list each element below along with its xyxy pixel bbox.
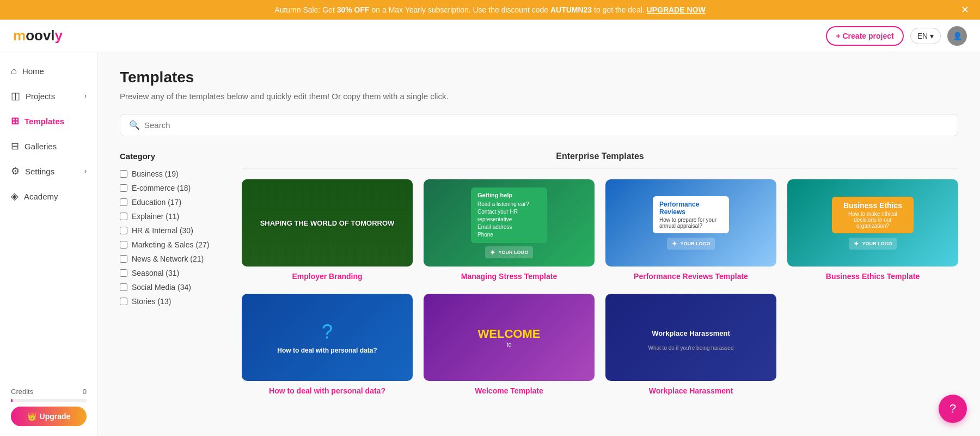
credits-bar-bg [11,399,87,402]
category-checkbox-marketing[interactable] [120,241,127,249]
app-body: ⌂ Home ◫ Projects › ⊞ Templates ⊟ Galler… [0,52,980,436]
category-social[interactable]: Social Media (34) [120,283,229,292]
help-button[interactable]: ? [939,395,967,423]
sidebar-item-label: Projects [26,92,55,101]
banner-close-button[interactable]: ✕ [961,4,969,16]
perf-card: Performance Reviews How to prepare for y… [653,196,729,233]
sidebar-item-academy[interactable]: ◈ Academy [0,184,97,209]
category-checkbox-stories[interactable] [120,298,127,305]
category-checkbox-explainer[interactable] [120,213,127,220]
sidebar-item-label: Settings [25,167,54,176]
template-card-welcome[interactable]: WELCOME to Welcome Template [424,294,595,395]
ethics-card: Business Ethics How to make ethical deci… [832,197,914,233]
template-label-ethics: Business Ethics Template [787,272,958,281]
template-label-welcome: Welcome Template [424,386,595,395]
credits-value: 0 [83,387,87,396]
page-description: Preview any of the templates below and q… [120,92,958,101]
section-title: Enterprise Templates [242,152,958,168]
template-grid-row2: ? How to deal with personal data? How to… [242,294,958,395]
header: moovly + Create project EN ▾ 👤 [0,20,980,52]
template-label-workplace: Workplace Harassment [605,386,776,395]
category-marketing[interactable]: Marketing & Sales (27) [120,240,229,249]
template-label-performance: Performance Reviews Template [605,272,776,281]
logo[interactable]: moovly [13,27,63,44]
template-thumb-welcome: WELCOME to [424,294,595,381]
header-actions: + Create project EN ▾ 👤 [826,26,967,46]
category-heading: Category [120,152,229,161]
sidebar-item-templates[interactable]: ⊞ Templates [0,108,97,134]
upgrade-label: Upgrade [40,412,71,421]
search-bar: 🔍 [120,114,958,136]
settings-icon: ⚙ [11,165,20,177]
upgrade-now-link[interactable]: UPGRADE NOW [647,5,706,14]
create-project-button[interactable]: + Create project [826,26,903,46]
sidebar-item-label: Galleries [24,142,57,151]
promo-banner: Autumn Sale: Get 30% OFF on a Max Yearly… [0,0,980,20]
category-business[interactable]: Business (19) [120,169,229,178]
category-checkbox-news[interactable] [120,255,127,263]
category-hr[interactable]: HR & Internal (30) [120,226,229,235]
search-input[interactable] [144,120,949,130]
academy-icon: ◈ [11,190,19,202]
category-stories[interactable]: Stories (13) [120,297,229,306]
sidebar-bottom: Credits 0 👑 Upgrade [0,381,97,433]
templates-area: Enterprise Templates SHAPING THE WORLD O… [242,152,958,408]
category-panel: Category Business (19) E-commerce (18) E… [120,152,229,408]
main-content: Templates Preview any of the templates b… [98,52,980,436]
sidebar-item-galleries[interactable]: ⊟ Galleries [0,134,97,159]
category-explainer[interactable]: Explainer (11) [120,212,229,221]
template-card-employer-branding[interactable]: SHAPING THE WORLD OF TOMORROW Employer B… [242,179,413,281]
category-checkbox-hr[interactable] [120,227,127,234]
upgrade-button[interactable]: 👑 Upgrade [11,407,87,426]
projects-icon: ◫ [11,90,20,102]
category-seasonal[interactable]: Seasonal (31) [120,269,229,277]
page-title: Templates [120,69,958,86]
category-checkbox-ecommerce[interactable] [120,184,127,192]
sidebar-item-label: Home [22,66,44,76]
sidebar-item-projects[interactable]: ◫ Projects › [0,83,97,108]
template-card-managing-stress[interactable]: Getting help Read a listening ear?Contac… [424,179,595,281]
template-label-employer: Employer Branding [242,272,413,281]
template-thumb-data: ? How to deal with personal data? [242,294,413,381]
language-selector[interactable]: EN ▾ [910,28,941,44]
template-thumb-performance: Performance Reviews How to prepare for y… [605,179,776,267]
chevron-icon: › [84,167,87,175]
template-thumb-employer: SHAPING THE WORLD OF TOMORROW [242,179,413,267]
category-checkbox-business[interactable] [120,170,127,178]
sidebar-item-home[interactable]: ⌂ Home [0,59,97,83]
sidebar-item-settings[interactable]: ⚙ Settings › [0,159,97,184]
category-checkbox-education[interactable] [120,198,127,206]
template-card-performance-reviews[interactable]: Performance Reviews How to prepare for y… [605,179,776,281]
category-ecommerce[interactable]: E-commerce (18) [120,184,229,192]
sidebar-item-label: Templates [24,117,64,126]
template-grid-row1: SHAPING THE WORLD OF TOMORROW Employer B… [242,179,958,281]
credits-label: Credits [11,387,33,396]
template-card-business-ethics[interactable]: Business Ethics How to make ethical deci… [787,179,958,281]
template-card-workplace-harassment[interactable]: Workplace Harassment What to do if you'r… [605,294,776,395]
templates-icon: ⊞ [11,115,19,127]
credits-bar-fill [11,399,13,402]
employer-thumb-text: SHAPING THE WORLD OF TOMORROW [255,214,400,233]
template-label-data: How to deal with personal data? [242,386,413,395]
stress-card: Getting help Read a listening ear?Contac… [471,187,547,243]
sidebar: ⌂ Home ◫ Projects › ⊞ Templates ⊟ Galler… [0,52,98,436]
banner-text: Autumn Sale: Get 30% OFF on a Max Yearly… [274,5,705,14]
category-checkbox-seasonal[interactable] [120,269,127,277]
chevron-icon: › [84,92,87,100]
home-icon: ⌂ [11,65,17,77]
content-area: Category Business (19) E-commerce (18) E… [120,152,958,408]
search-icon: 🔍 [129,120,140,130]
template-card-personal-data[interactable]: ? How to deal with personal data? How to… [242,294,413,395]
category-education[interactable]: Education (17) [120,198,229,207]
template-label-stress: Managing Stress Template [424,272,595,281]
sidebar-item-label: Academy [24,192,58,201]
category-checkbox-social[interactable] [120,283,127,291]
avatar[interactable]: 👤 [947,26,967,46]
category-news[interactable]: News & Network (21) [120,255,229,263]
crown-icon: 👑 [27,412,36,421]
template-thumb-ethics: Business Ethics How to make ethical deci… [787,179,958,267]
galleries-icon: ⊟ [11,140,19,152]
template-thumb-workplace: Workplace Harassment What to do if you'r… [605,294,776,381]
template-thumb-stress: Getting help Read a listening ear?Contac… [424,179,595,267]
credits-section: Credits 0 [11,387,87,396]
